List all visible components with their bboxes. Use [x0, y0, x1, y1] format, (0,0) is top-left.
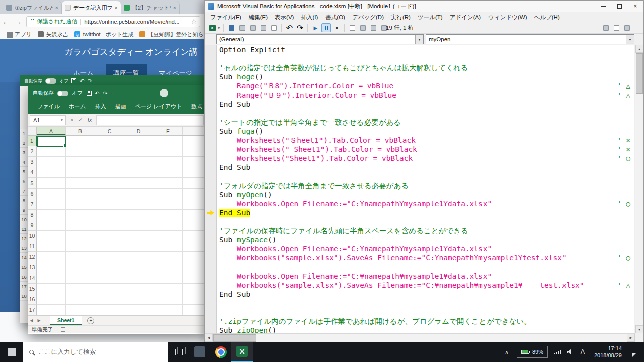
row-header[interactable]: 8 — [28, 210, 37, 220]
menu-view[interactable]: 表示(V) — [271, 14, 297, 21]
menu-debug[interactable]: デバッグ(D) — [349, 14, 387, 21]
code-line[interactable]: Sub mySpace() — [219, 235, 634, 244]
code-line[interactable] — [219, 308, 634, 317]
vertical-scroll-thumb[interactable] — [636, 53, 643, 94]
code-line[interactable]: Worksheets("Sheet1").Tab.Color = vbBlack… — [219, 154, 634, 163]
autosave-toggle[interactable] — [45, 78, 56, 84]
scroll-left-icon[interactable]: ◀ — [205, 334, 213, 342]
copy-icon[interactable] — [248, 23, 257, 32]
code-line[interactable]: Sub hoge() — [219, 72, 634, 81]
secure-lock-icon[interactable] — [30, 21, 34, 24]
row-header[interactable]: 4 — [28, 167, 37, 178]
select-all-corner[interactable] — [28, 127, 37, 135]
redo-icon[interactable]: ↷ — [88, 78, 92, 84]
taskbar-excel-button-active[interactable]: X — [231, 342, 253, 362]
hidden-icons-chevron-icon[interactable]: ∧ — [501, 349, 513, 355]
design-mode-icon[interactable] — [348, 23, 357, 32]
code-line[interactable]: End Sub — [219, 163, 634, 172]
code-line[interactable]: Workbooks.Open Filename:="C:¥namepath¥my… — [219, 199, 634, 208]
vertical-scrollbar[interactable]: ▲ ▼ — [635, 45, 643, 333]
user-avatar[interactable] — [160, 89, 168, 97]
code-line[interactable]: Sub myOpen() — [219, 190, 634, 199]
row-header[interactable]: 13 — [28, 262, 37, 273]
maximize-button[interactable] — [611, 1, 627, 12]
ribbon-tab-draw[interactable]: 描画 — [111, 103, 131, 114]
column-header-b[interactable]: B — [66, 127, 95, 135]
horizontal-scroll-thumb[interactable] — [213, 334, 256, 342]
ribbon-tab-insert[interactable]: 挿入 — [91, 103, 111, 114]
redo-dropdown-icon[interactable]: ▼ — [110, 92, 113, 95]
procedure-dropdown[interactable]: myOpen ▼ — [426, 34, 634, 44]
code-line[interactable]: End Sub — [219, 208, 634, 217]
menu-window[interactable]: ウィンドウ(W) — [485, 14, 530, 21]
menu-help[interactable]: ヘルプ(H) — [530, 14, 563, 21]
row-header[interactable]: 9 — [28, 220, 37, 231]
sheet-tab-sheet1[interactable]: Sheet1 — [50, 316, 82, 325]
undo-icon[interactable]: ↶ — [95, 90, 100, 97]
project-explorer-icon[interactable] — [358, 23, 367, 32]
code-line[interactable] — [219, 109, 634, 118]
task-view-button[interactable] — [168, 342, 189, 362]
row-header[interactable]: 10 — [28, 231, 37, 241]
ribbon-tab-file[interactable]: ファイル — [33, 103, 64, 114]
column-header-c[interactable]: C — [95, 127, 124, 135]
redo-icon[interactable]: ↷ — [103, 90, 108, 97]
name-box[interactable]: A1 ▼ — [30, 115, 66, 125]
sheet-next-icon[interactable]: ▶ — [35, 318, 43, 323]
scroll-up-icon[interactable]: ▲ — [635, 45, 643, 53]
menu-addins[interactable]: アドイン(A) — [446, 14, 485, 21]
code-line[interactable]: End Sub — [219, 290, 634, 299]
taskbar-clock[interactable]: 17:14 2018/08/29 — [594, 345, 622, 359]
volume-status[interactable] — [564, 349, 576, 355]
column-header-a[interactable]: A — [37, 127, 66, 135]
reset-stop-icon[interactable]: ■ — [332, 23, 341, 32]
run-continue-icon[interactable]: ▶ — [311, 23, 320, 32]
network-status[interactable] — [552, 350, 564, 354]
cancel-icon[interactable]: × — [70, 117, 73, 123]
address-bar[interactable]: 保護された通信 https://online.pc5bai.com/Movie/… — [26, 16, 200, 27]
scroll-down-icon[interactable]: ▼ — [635, 325, 643, 333]
menu-edit[interactable]: 編集(E) — [245, 14, 271, 21]
code-line[interactable] — [219, 299, 634, 308]
row-header[interactable]: 17 — [28, 305, 37, 315]
dropdown-arrow-icon[interactable]: ▼ — [415, 35, 423, 44]
close-button[interactable]: × — [627, 1, 643, 12]
code-line[interactable]: 'シートの指定では半角全角まで一致させる必要がある — [219, 118, 634, 127]
minimize-button[interactable] — [595, 1, 611, 12]
row-header[interactable]: 3 — [28, 157, 37, 167]
menu-tools[interactable]: ツール(T) — [414, 14, 446, 21]
menu-run[interactable]: 実行(R) — [387, 14, 414, 21]
action-center-button[interactable] — [627, 342, 644, 362]
scroll-right-icon[interactable]: ▶ — [627, 334, 635, 342]
add-sheet-icon[interactable]: + — [87, 317, 94, 324]
vba-titlebar[interactable]: Microsoft Visual Basic for Applications … — [205, 1, 643, 12]
forward-button[interactable]: → — [12, 17, 24, 26]
redo-icon[interactable]: ↷ — [295, 23, 304, 32]
code-line[interactable]: 'ファイルの保存時にファイル名先頭に半角スペースを含めることができる — [219, 226, 634, 235]
code-editor[interactable]: Option Explicit'セルの指定では全角英数が混じってもこびとちゃんは… — [217, 45, 634, 333]
column-header-e[interactable]: E — [153, 127, 183, 135]
view-host-excel-icon[interactable]: X — [208, 23, 217, 32]
macro-record-icon[interactable] — [61, 327, 65, 332]
margin-indicator-bar[interactable] — [205, 45, 217, 333]
code-line[interactable]: Workbooks("sample.xlsx").SaveAs Filename… — [219, 281, 634, 290]
options-icon[interactable] — [622, 23, 631, 32]
properties-window-icon[interactable] — [369, 23, 378, 32]
paste-icon[interactable] — [259, 23, 268, 32]
row-header[interactable]: 11 — [28, 241, 37, 252]
code-line[interactable]: 'フォルダの指定では半角全角まで一致させる必要がある — [219, 181, 634, 190]
code-line[interactable]: Workbooks("sample.xlsx").SaveAs Filename… — [219, 253, 634, 262]
browser-tab-3[interactable]: 【2】チャットワ... × — [121, 1, 180, 14]
bookmark-item[interactable]: 【豆知識】意外と知ら... — [139, 31, 204, 38]
cut-icon[interactable] — [237, 23, 247, 32]
tab-close-icon[interactable]: × — [115, 5, 118, 11]
row-header[interactable]: 16 — [28, 294, 37, 305]
code-line[interactable] — [219, 54, 634, 63]
dropdown-arrow-icon[interactable]: ▼ — [626, 35, 634, 44]
save-icon[interactable] — [71, 78, 76, 83]
help-icon[interactable] — [612, 23, 621, 32]
menu-format[interactable]: 書式(O) — [321, 14, 349, 21]
ribbon-tab-home[interactable]: ホーム — [64, 103, 91, 114]
row-header[interactable]: 6 — [28, 189, 37, 199]
column-header-partial[interactable] — [183, 127, 204, 135]
